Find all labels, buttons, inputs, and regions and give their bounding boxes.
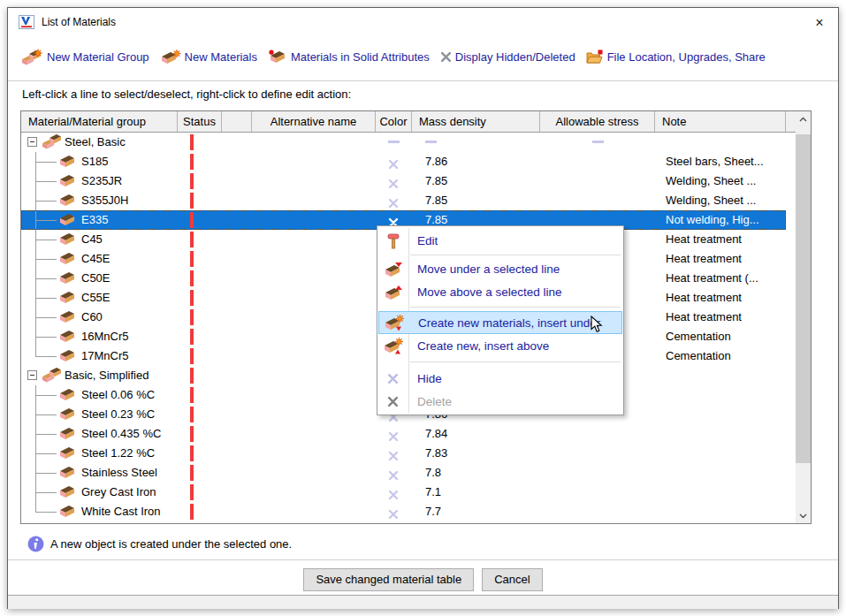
status-flag [190,445,194,461]
vertical-scrollbar[interactable] [796,111,811,523]
material-name-cell: S185 [21,152,178,171]
table-row[interactable]: S235JR7.85Welding, Sheet ... [21,171,796,191]
menu-item-move-above[interactable]: Move above a selected line [377,280,623,303]
table-row[interactable]: S355J0H7.85Welding, Sheet ... [21,191,796,210]
tree-line [35,240,57,240]
close-icon[interactable]: × [804,8,835,37]
status-cell [178,424,222,444]
window-title: List of Materials [42,8,116,37]
column-header-stress[interactable]: Allowable stress [540,111,655,132]
cancel-button[interactable]: Cancel [482,568,542,591]
material-label: Grey Cast Iron [81,483,156,502]
column-header-blank[interactable] [222,111,252,132]
column-header-mass[interactable]: Mass density [412,111,540,132]
column-header-note[interactable]: Note [655,111,786,132]
table-row-group[interactable]: Steel, Basic [21,133,796,152]
table-row[interactable]: Steel 0.435 %C7.84 [21,424,796,444]
menu-item-label: Move under a selected line [408,262,560,276]
table-header: Material/Material group Status Alternati… [21,111,796,133]
tree-line [35,492,57,493]
scrollbar-thumb[interactable] [796,134,811,463]
status-cell [178,346,222,366]
material-label: C50E [81,269,111,288]
collapse-icon[interactable] [27,137,37,147]
column-header-status[interactable]: Status [178,111,222,132]
material-icon [58,310,76,327]
blank-cell [222,171,252,191]
table-row[interactable]: Stainless Steel7.8 [21,463,796,483]
table-row[interactable]: S1857.86Steel bars, Sheet... [21,152,796,171]
status-cell [178,385,222,405]
alternative-name-cell [252,191,376,210]
scroll-down-icon[interactable] [796,508,811,523]
blank-cell [222,444,252,463]
filler-cell [786,502,796,521]
divider [8,559,838,560]
allowable-stress-cell [540,483,655,502]
table-row[interactable]: Steel 1.22 %C7.83 [21,444,796,463]
material-group-label: Steel, Basic [65,133,126,152]
material-icon [58,252,76,269]
status-flag [190,426,194,442]
note-cell [655,424,786,444]
window-bottom-frame [8,595,838,609]
column-header-material[interactable]: Material/Material group [21,111,178,132]
menu-item-label: Delete [408,395,452,408]
filler-cell [786,463,796,483]
blank-cell [222,405,252,424]
status-cell [178,152,222,171]
alternative-name-cell [252,346,376,366]
menu-separator [410,361,621,362]
column-header-alt-name[interactable]: Alternative name [252,111,376,132]
no-color-x-icon [388,448,399,463]
note-cell: Heat treatment [655,308,786,327]
menu-item-create-new-insert-under[interactable]: Create new materials, insert under [378,311,622,334]
status-flag [190,270,194,286]
move-above-icon [377,285,408,300]
mass-density-cell: 7.85 [412,171,540,191]
tree-line [35,317,57,318]
material-name-cell: C55E [21,288,178,308]
alternative-name-cell [252,405,376,424]
toolbar-display-hidden-deleted[interactable]: Display Hidden/Deleted [440,50,575,64]
table-row[interactable]: Grey Cast Iron7.1 [21,483,796,502]
color-cell [376,444,412,463]
menu-item-hide[interactable]: Hide [377,367,623,390]
no-color-x-icon [388,487,399,502]
material-name-cell: Basic, Simplified [21,366,178,385]
menu-item-label: Move above a selected line [408,285,562,299]
blank-cell [222,269,252,288]
tree-line [35,298,57,299]
status-flag [190,407,194,422]
material-name-cell: C45 [21,230,178,249]
menu-item-edit[interactable]: Edit [377,228,623,253]
alternative-name-cell [252,152,376,171]
table-row[interactable]: White Cast Iron7.7 [21,502,796,521]
app-icon [19,15,34,29]
column-header-color[interactable]: Color [376,111,412,132]
menu-item-move-under[interactable]: Move under a selected line [377,257,623,280]
blank-cell [222,230,252,249]
alternative-name-cell [252,133,376,152]
status-cell [178,502,222,521]
collapse-icon[interactable] [27,370,37,380]
tree-line [35,346,36,356]
tree-line [35,512,57,513]
note-cell: Steel bars, Sheet... [655,152,786,171]
material-label: Steel 0.06 %C [81,385,155,405]
scroll-up-icon[interactable] [796,111,811,126]
material-label: White Cast Iron [81,502,161,521]
toolbar-new-materials[interactable]: New Materials [160,49,257,65]
mass-density-cell: 7.8 [412,463,540,483]
save-button[interactable]: Save changed material table [303,568,474,591]
filler-cell [786,327,796,346]
toolbar-materials-in-solid-attributes[interactable]: Materials in Solid Attributes [268,49,430,64]
menu-item-create-new-insert-above[interactable]: Create new, insert above [377,334,623,357]
alternative-name-cell [252,210,376,230]
status-flag [190,290,194,306]
toolbar-file-location-upgrades-share[interactable]: File Location, Upgrades, Share [586,49,766,65]
toolbar-new-material-group[interactable]: New Material Group [20,49,149,65]
new-material-group-icon [20,49,43,65]
mouse-cursor-icon [591,316,603,337]
mass-density-cell: 7.84 [412,424,540,444]
